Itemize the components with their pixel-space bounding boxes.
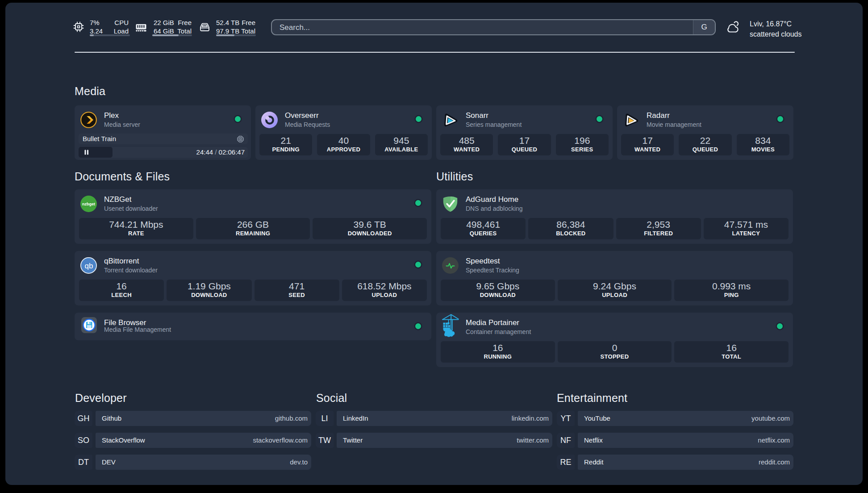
svg-text:qb: qb bbox=[85, 262, 93, 270]
svg-text:nzbget: nzbget bbox=[82, 202, 95, 206]
